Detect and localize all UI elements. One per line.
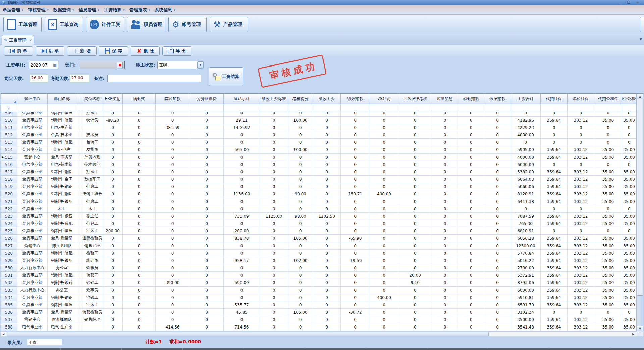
cell-quality[interactable]: 0 (432, 264, 458, 272)
cell-dept_center[interactable]: 金具事业部 (17, 301, 48, 309)
col-header-jxkk[interactable]: 绩效扣款 (341, 94, 370, 104)
scroll-down-icon[interactable]: ▼ (637, 326, 643, 331)
cell-erp[interactable]: 0 (103, 279, 123, 287)
cell-score[interactable]: 0 (288, 205, 313, 213)
remark-input[interactable] (107, 75, 201, 82)
cell-quality[interactable]: 0 (432, 220, 458, 227)
cell-jxstd[interactable]: 0 (260, 301, 288, 309)
cell-erp[interactable]: 0 (103, 112, 123, 117)
cell-dwsb[interactable]: 0 (568, 227, 594, 235)
cell-jintie[interactable]: 714.56 (224, 323, 260, 331)
cell-jxgz[interactable]: 0 (313, 139, 341, 146)
filter-cell-jintie[interactable] (224, 104, 260, 112)
cell-qita[interactable]: 0 (156, 112, 190, 117)
cell-jxstd[interactable]: 1125.00 (260, 213, 288, 220)
cell-jxkk[interactable]: 0 (341, 131, 370, 139)
cell-qita[interactable]: 0 (156, 131, 190, 139)
cell-s7[interactable]: 0 (370, 257, 398, 264)
filter-cell-dwsb[interactable] (568, 104, 594, 112)
cell-cut[interactable]: 35.00 (622, 287, 636, 294)
cell-jxkk[interactable]: 0 (341, 242, 370, 250)
cell-dept_center[interactable]: 营销中心 (17, 316, 48, 323)
cell-total[interactable]: 3102.34 (511, 309, 541, 316)
scroll-right-icon[interactable]: ▶ (631, 332, 636, 337)
cell-score[interactable]: 0 (288, 131, 313, 139)
cell-dept[interactable]: 铝制件-铜铝 (48, 294, 76, 301)
table-row[interactable]: 536金具事业部金具-质量部装配检验员000045.850105.000-30.… (1, 309, 636, 316)
cell-jintie[interactable]: 535.77 (224, 301, 260, 309)
cell-dept_center[interactable]: 金具事业部 (17, 146, 48, 154)
cell-dept[interactable]: 金具-技术部 (48, 131, 76, 139)
cell-absence[interactable]: 0 (458, 287, 484, 294)
cell-jintie[interactable]: 0 (224, 294, 260, 301)
filter-cell-jxgz[interactable] (313, 104, 341, 112)
cell-dksb[interactable]: 359.64 (541, 287, 568, 294)
cell-dkgj[interactable]: 35.00 (594, 235, 622, 242)
filter-cell-dkgj[interactable] (594, 104, 622, 112)
cell-qita[interactable]: 0 (156, 146, 190, 154)
cell-s7[interactable]: 0 (370, 117, 398, 124)
cell-dwsb[interactable]: 303.12 (568, 213, 594, 220)
cell-dept[interactable]: 钢制件-金工 (48, 176, 76, 183)
cell-dksb[interactable]: 359.64 (541, 146, 568, 154)
cell-jxstd[interactable]: 0 (260, 309, 288, 316)
cell-discipline[interactable]: 0 (484, 176, 511, 183)
attendance-days-input[interactable]: 27.00 (70, 75, 89, 82)
menu-item-7[interactable]: 系统信息▾ (155, 7, 175, 13)
cell-manqin[interactable]: 0 (123, 264, 156, 272)
table-row[interactable]: 532金具事业部钢制件-镀锌镀锌工00390.000590.00000009.1… (1, 279, 636, 287)
cell-pos[interactable]: 打磨工 (82, 198, 103, 205)
cell-dksb[interactable]: 0 (541, 227, 568, 235)
filter-cell-dept[interactable] (48, 104, 76, 112)
filter-cell-score[interactable] (288, 104, 313, 112)
cell-erp[interactable]: 0 (103, 205, 123, 213)
cell-quality[interactable]: 0 (432, 124, 458, 131)
cell-s7[interactable]: 0 (370, 124, 398, 131)
filter-cell-quality[interactable] (432, 104, 458, 112)
cell-jintie[interactable]: 1136.00 (224, 190, 260, 198)
cell-discipline[interactable]: 0 (484, 198, 511, 205)
record-button-2[interactable]: 后 单 (36, 46, 64, 56)
cell-quality[interactable]: 0 (432, 294, 458, 301)
cell-absence[interactable]: 0 (458, 168, 484, 176)
cell-total[interactable]: 5382.00 (511, 168, 541, 176)
cell-jxstd[interactable]: 0 (260, 176, 288, 183)
cell-jxstd[interactable]: 0 (260, 161, 288, 168)
cell-dept[interactable]: 钢制件-装配 (48, 250, 76, 257)
cell-jxstd[interactable]: 0 (260, 250, 288, 257)
cell-qita[interactable]: 0 (156, 205, 190, 213)
cell-dksb[interactable]: 359.64 (541, 154, 568, 161)
cell-laowu[interactable]: 0 (190, 309, 224, 316)
cell-discipline[interactable]: 0 (484, 235, 511, 242)
cell-absence[interactable]: 0 (458, 250, 484, 257)
cell-manqin[interactable]: 0 (123, 220, 156, 227)
row-number[interactable]: 510 (1, 117, 17, 124)
cell-discipline[interactable]: 0 (484, 323, 511, 331)
cell-dwsb[interactable]: 0 (568, 139, 594, 146)
cell-laowu[interactable]: 0 (190, 161, 224, 168)
cell-s7[interactable]: 0 (370, 220, 398, 227)
filter-cell-dept_center[interactable] (17, 104, 48, 112)
cell-laowu[interactable]: 0 (190, 190, 224, 198)
cell-s7[interactable]: 0 (370, 272, 398, 279)
col-header-manqin[interactable]: 满勤奖 (123, 94, 156, 104)
cell-erp[interactable]: 0 (103, 294, 123, 301)
cell-erp[interactable]: -88.20 (103, 117, 123, 124)
cell-s7[interactable]: 0 (370, 235, 398, 242)
cell-cut[interactable]: 35.00 (622, 323, 636, 331)
cell-dksb[interactable]: 0 (541, 205, 568, 213)
cell-dept_center[interactable]: 金具事业部 (17, 272, 48, 279)
record-button-5[interactable]: ✘删 除 (131, 46, 160, 56)
cell-total[interactable]: 4000.00 (511, 131, 541, 139)
filter-cell-jxstd[interactable] (260, 104, 288, 112)
cell-pos[interactable]: 冲床工 (82, 301, 103, 309)
cell-total[interactable]: 5905.00 (511, 146, 541, 154)
cell-absence[interactable]: 0 (458, 190, 484, 198)
cell-jxgz[interactable]: 0 (313, 264, 341, 272)
cell-quality[interactable]: 0 (432, 301, 458, 309)
cell-cut[interactable]: 0 (622, 124, 636, 131)
cell-jxkk[interactable]: 0 (341, 287, 370, 294)
cell-erp[interactable]: 0 (103, 220, 123, 227)
cell-qita[interactable]: 0 (156, 287, 190, 294)
cell-s7[interactable]: 400.00 (370, 294, 398, 301)
